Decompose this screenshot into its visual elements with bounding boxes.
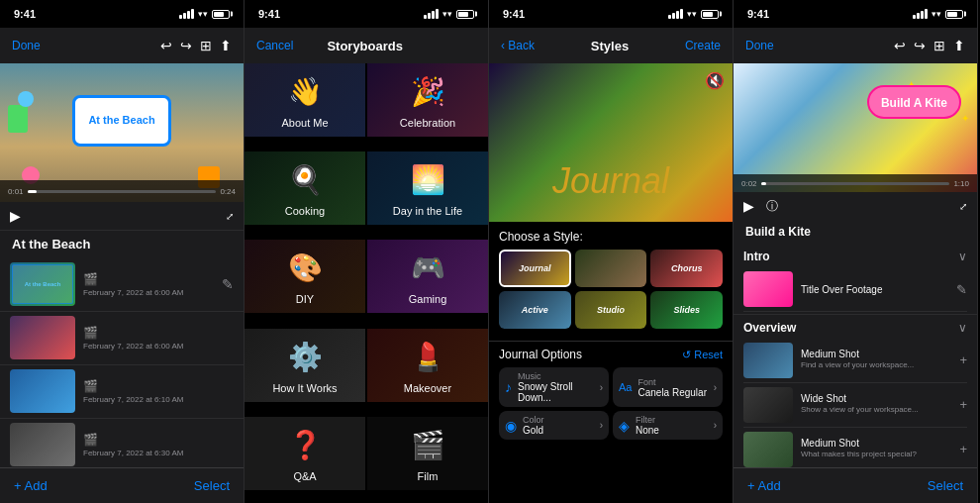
info-icon[interactable]: ⓘ [766,198,778,215]
medium-shot-item[interactable]: Medium Shot Find a view of your workspac… [743,339,967,383]
bottom-bar-4: + Add Select [734,467,977,503]
project-title-bar: At the Beach [0,231,244,258]
signal-icon [179,9,194,19]
style-chorus[interactable]: Chorus [650,250,723,287]
status-bar-3: 9:41 ▾▾ [489,0,733,28]
wifi-icon: ▾▾ [198,9,208,19]
storyboard-film[interactable]: 🎬 Film [367,417,488,490]
select-button-1[interactable]: Select [194,478,230,493]
redo-icon-4[interactable]: ↪ [914,38,926,53]
reset-button[interactable]: ↺ Reset [682,349,723,361]
add-button-4[interactable]: + Add [747,478,781,493]
nav-icons-1: ↩ ↪ ⊞ ⬆ [160,38,232,53]
layout-icon-4[interactable]: ⊞ [933,38,945,53]
option-music[interactable]: ♪ Music Snowy Stroll Down... › [499,367,609,407]
medium-shot-name: Medium Shot [801,349,951,359]
cooking-label: Cooking [285,205,325,217]
play-button-1[interactable]: ▶ [10,208,21,224]
storyboard-day-in-life[interactable]: 🌅 Day in the Life [367,151,488,225]
storyboard-makeover[interactable]: 💄 Makeover [367,329,488,402]
medium-shot-info: Medium Shot Find a view of your workspac… [801,349,951,370]
star-icon-2: ✦ [961,113,969,124]
title-over-edit-icon[interactable]: ✎ [956,282,967,297]
clip-meta-2: February 7, 2022 at 6:00 AM [83,342,234,351]
overview-section-header[interactable]: Overview ∨ [743,321,967,335]
wide-shot-edit-icon[interactable]: + [959,397,967,412]
intro-title: Intro [743,250,770,263]
storyboard-cooking[interactable]: 🍳 Cooking [245,151,365,225]
expand-icon-4[interactable]: ⤢ [959,201,967,212]
done-button-4[interactable]: Done [745,39,774,52]
option-color[interactable]: ◉ Color Gold › [499,411,609,440]
clip-item-1[interactable]: At the Beach 🎬 February 7, 2022 at 6:00 … [0,258,244,312]
redo-icon[interactable]: ↪ [180,38,192,53]
storyboard-celebration[interactable]: 🎉 Celebration [367,63,488,137]
storyboard-about-me[interactable]: 👋 About Me [245,63,365,137]
video-preview-1: At the Beach 0:01 0:24 [0,63,244,202]
title-card: At the Beach [72,95,171,147]
video-icon-4: 🎬 [83,433,234,447]
medium-shot-2-thumb [743,432,793,467]
medium-shot-2-item[interactable]: Medium Shot What makes this project spec… [743,428,967,468]
style-studio[interactable]: Studio [575,291,647,329]
day-in-life-label: Day in the Life [393,205,462,217]
clip-info-3: 🎬 February 7, 2022 at 6:10 AM [83,379,234,404]
gaming-icon: 🎮 [411,252,445,284]
clip-item-4[interactable]: 🎬 February 7, 2022 at 6:30 AM [0,419,244,468]
storyboard-diy[interactable]: 🎨 DIY [245,240,365,313]
back-button[interactable]: ‹ Back [501,39,535,52]
storyboard-how-it-works[interactable]: ⚙️ How It Works [245,329,365,402]
clip-item-3[interactable]: 🎬 February 7, 2022 at 6:10 AM [0,365,244,419]
kite-timeline[interactable]: 0:02 1:10 [734,174,977,192]
share-icon-4[interactable]: ⬆ [953,38,965,53]
clip-thumb-2 [10,316,75,359]
title-over-footage-item[interactable]: Title Over Footage ✎ [743,267,967,312]
signal-icon-3 [668,9,683,19]
option-font[interactable]: Aa Font Canela Regular › [613,367,723,407]
undo-icon-4[interactable]: ↩ [894,38,906,53]
video-timeline-1[interactable]: 0:01 0:24 [0,180,244,202]
video-icon-1: 🎬 [83,272,214,286]
select-button-4[interactable]: Select [928,478,963,493]
option-filter[interactable]: ◈ Filter None › [613,411,723,440]
title-over-thumb [743,271,793,307]
timeline-bar-1[interactable] [28,190,217,193]
style-slides[interactable]: Slides [650,291,723,329]
mute-icon[interactable]: 🔇 [705,71,725,90]
layout-icon[interactable]: ⊞ [200,38,212,53]
kite-bar[interactable] [761,182,950,185]
style-journal[interactable]: Journal [499,250,571,287]
clip-info-4: 🎬 February 7, 2022 at 6:30 AM [83,433,234,457]
medium-shot-edit-icon[interactable]: + [959,352,967,367]
clip-item-2[interactable]: 🎬 February 7, 2022 at 6:00 AM [0,312,244,365]
wide-shot-desc: Show a view of your workspace... [801,405,951,415]
nav-bar-4: Done ↩ ↪ ⊞ ⬆ [734,28,977,63]
video-controls-1: ▶ ⤢ [0,202,244,230]
storyboard-qa[interactable]: ❓ Q&A [245,417,365,490]
storyboard-gaming[interactable]: 🎮 Gaming [367,240,488,313]
blue-circle [18,91,34,107]
done-button-1[interactable]: Done [12,39,41,52]
medium-shot-2-edit-icon[interactable]: + [959,442,967,456]
clip-info-1: 🎬 February 7, 2022 at 6:00 AM [83,272,214,297]
play-button-4[interactable]: ▶ [743,198,754,214]
clip-edit-1[interactable]: ✎ [222,276,234,292]
wide-shot-item[interactable]: Wide Shot Show a view of your workspace.… [743,383,967,428]
options-grid: ♪ Music Snowy Stroll Down... › Aa Font C… [499,367,723,440]
intro-chevron-icon: ∨ [958,250,967,263]
create-button[interactable]: Create [685,39,721,52]
style-active[interactable]: Active [499,291,571,329]
status-time-3: 9:41 [503,8,525,20]
battery-icon-3 [701,10,719,19]
undo-icon[interactable]: ↩ [160,38,172,53]
expand-icon[interactable]: ⤢ [226,211,234,222]
storyboard-grid: 👋 About Me 🎉 Celebration 🍳 Cooking 🌅 Day… [245,63,488,503]
nav-bar-3: ‹ Back Styles Create [489,28,733,63]
add-button-1[interactable]: + Add [14,478,48,493]
phone-2: 9:41 ▾▾ Cancel Storyboards 👋 About Me 🎉 … [245,0,489,503]
intro-section-header[interactable]: Intro ∨ [743,250,967,263]
style-studio2[interactable] [575,250,647,287]
signal-icon-4 [913,9,928,19]
share-icon[interactable]: ⬆ [220,38,232,53]
cancel-button[interactable]: Cancel [256,39,293,52]
